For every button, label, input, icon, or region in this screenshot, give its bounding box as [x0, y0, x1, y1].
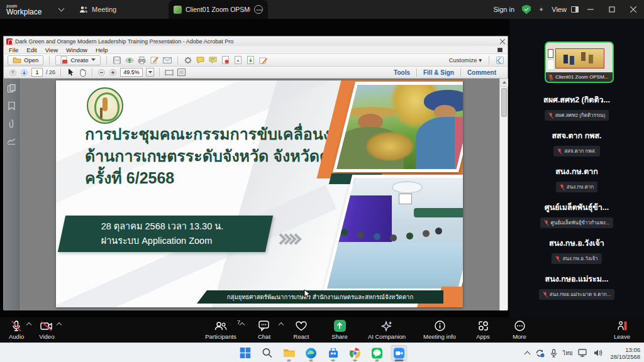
tray-mic-icon[interactable]: [550, 349, 557, 358]
muted-mic-icon: [548, 112, 553, 119]
line-app-icon[interactable]: [369, 345, 386, 361]
acrobat-close-icon[interactable]: [500, 39, 505, 44]
sticky-note-icon[interactable]: [209, 56, 218, 65]
open-button[interactable]: Open: [8, 55, 43, 65]
minimize-button[interactable]: [580, 0, 601, 19]
tab-options-icon[interactable]: [254, 5, 263, 14]
upload-cloud-icon[interactable]: [125, 56, 134, 65]
menu-window[interactable]: Window: [66, 47, 87, 53]
document-canvas: การประชุมคณะกรรมการขับเคลื่อนงาน ด้านการ…: [19, 79, 499, 310]
update-sync-icon[interactable]: [535, 349, 545, 358]
document-restore-icon[interactable]: [497, 48, 502, 52]
active-speaker-video-tile[interactable]: Client01 Zoom OPSM...: [545, 41, 614, 83]
pdf-page-icon[interactable]: [234, 56, 243, 65]
participants-options-caret[interactable]: [240, 322, 245, 327]
participants-sidebar: Client01 Zoom OPSM... สผศ.สศท2 (กิตติว..…: [509, 19, 644, 317]
vertical-scrollbar[interactable]: [499, 79, 508, 310]
tab-shared-screen[interactable]: Client01 Zoom OPSMOAC's scree: [169, 0, 268, 19]
participants-button[interactable]: Participants 7: [200, 317, 242, 343]
gear-icon[interactable]: [184, 56, 192, 65]
video-button[interactable]: Video: [39, 317, 54, 343]
file-explorer-icon[interactable]: [281, 345, 297, 361]
acrobat-toolbar: Open Create: [4, 54, 508, 67]
video-options-caret[interactable]: [57, 322, 62, 327]
highlight-icon[interactable]: [259, 56, 268, 65]
scrollbar-thumb[interactable]: [501, 88, 507, 117]
meeting-control-bar: Audio Video Participants: [0, 317, 644, 343]
audio-options-caret[interactable]: [26, 322, 31, 327]
select-tool-icon[interactable]: [66, 68, 75, 77]
tools-panel-tab[interactable]: Tools: [387, 69, 416, 76]
comment-bubble-icon[interactable]: [196, 56, 205, 65]
chevron-down-icon[interactable]: [58, 6, 65, 12]
security-shield-icon[interactable]: [522, 5, 531, 14]
heart-icon: [296, 321, 307, 331]
ai-sparkle-icon[interactable]: ✦: [538, 6, 544, 14]
participant-tile[interactable]: สนง.กษ.อ.วังเจ้า สนง.กษ.อ.วังเจ้า: [509, 231, 644, 267]
close-button[interactable]: [623, 0, 644, 19]
microsoft-store-icon[interactable]: [325, 345, 341, 361]
tray-expand-icon[interactable]: [524, 351, 530, 357]
screen-share-thumbnail-icon: [174, 6, 182, 14]
next-page-button[interactable]: [20, 69, 28, 77]
menu-view[interactable]: View: [45, 47, 58, 53]
scroll-up-arrow[interactable]: [500, 79, 508, 87]
leave-button[interactable]: Leave: [608, 317, 636, 343]
zoom-out-button[interactable]: [97, 69, 106, 77]
meeting-info-button[interactable]: Meeting info: [419, 317, 460, 343]
zoom-in-button[interactable]: [109, 69, 117, 77]
ai-companion-button[interactable]: AI Companion: [364, 317, 410, 343]
chat-button[interactable]: Chat: [250, 317, 278, 343]
menu-help[interactable]: Help: [96, 47, 108, 53]
attachments-panel-icon[interactable]: [8, 119, 14, 128]
participant-tile[interactable]: สผศ.สศท2 (กิตติว... สผศ.สศท2 (กิตติวรรณ): [509, 88, 644, 124]
print-icon[interactable]: [138, 56, 147, 65]
pdf-download-icon[interactable]: [247, 56, 255, 65]
customize-button[interactable]: Customize ▾: [449, 57, 482, 63]
save-icon[interactable]: [113, 56, 121, 65]
zoom-app-icon[interactable]: [391, 345, 408, 361]
speaker-icon[interactable]: [594, 349, 603, 357]
audio-button[interactable]: Audio: [9, 317, 24, 343]
create-button[interactable]: Create: [55, 55, 101, 65]
language-indicator[interactable]: ไทย: [563, 349, 573, 358]
more-button[interactable]: More: [506, 317, 533, 343]
edge-browser-icon[interactable]: [303, 345, 319, 361]
participant-tile[interactable]: ศูนย์เมล็ดพันธุ์ข้า... ศูนย์เมล็ดพันธุ์ข…: [509, 195, 644, 231]
menu-edit[interactable]: Edit: [26, 47, 36, 53]
tab-meeting[interactable]: Meeting: [74, 0, 121, 19]
fit-page-icon[interactable]: [177, 68, 186, 77]
start-button[interactable]: [237, 345, 253, 361]
pdf-export-icon[interactable]: [221, 56, 230, 65]
previous-page-button[interactable]: [9, 69, 17, 77]
participant-tile[interactable]: สนง.กษอ.แม่ระม... สนง.กษอ.แม่ระมาด จ.ตาก…: [509, 267, 644, 303]
sign-icon[interactable]: [150, 56, 159, 65]
sign-in-button[interactable]: Sign in: [493, 6, 514, 13]
chrome-browser-icon[interactable]: [347, 345, 364, 361]
menu-file[interactable]: File: [9, 47, 18, 53]
pages-panel-icon[interactable]: [8, 84, 16, 92]
taskbar-clock[interactable]: 13:06 28/10/2568: [610, 346, 640, 360]
share-button[interactable]: Share: [325, 317, 355, 343]
zoom-workplace-logo: zoom Workplace: [6, 4, 42, 16]
view-button[interactable]: View: [552, 6, 579, 13]
chat-options-caret[interactable]: [279, 322, 284, 327]
apps-button[interactable]: Apps: [469, 317, 497, 343]
zoom-level-input[interactable]: [120, 68, 143, 77]
search-button[interactable]: [259, 345, 275, 361]
expand-toolbar-icon[interactable]: [496, 57, 504, 64]
maximize-button[interactable]: [601, 0, 623, 19]
network-display-icon[interactable]: [578, 349, 588, 357]
participant-tile[interactable]: สนง.กษ.ตาก สนง.กษ.ตาก: [509, 160, 644, 195]
zoom-dropdown-button[interactable]: [146, 68, 154, 77]
hand-tool-icon[interactable]: [78, 68, 87, 77]
react-button[interactable]: React: [287, 317, 316, 343]
bookmarks-panel-icon[interactable]: [8, 102, 15, 110]
comment-panel-tab[interactable]: Comment: [461, 69, 502, 76]
signatures-panel-icon[interactable]: [7, 138, 16, 145]
page-number-input[interactable]: [31, 68, 43, 77]
participant-tile[interactable]: สสจ.ตาก กพส. สสจ.ตาก กพส.: [509, 124, 644, 160]
email-icon[interactable]: [163, 56, 172, 65]
fill-sign-panel-tab[interactable]: Fill & Sign: [417, 69, 460, 76]
scroll-mode-icon[interactable]: [165, 68, 174, 77]
